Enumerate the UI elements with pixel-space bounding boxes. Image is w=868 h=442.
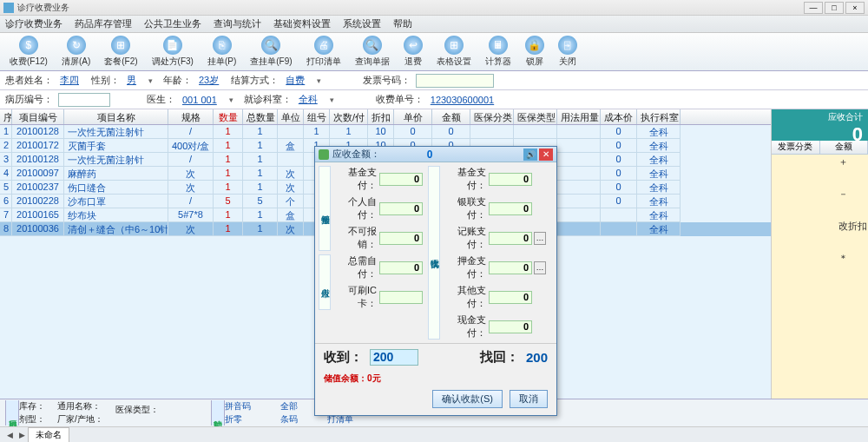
link-pinyin[interactable]: 拼音码 (225, 400, 251, 412)
toolbar-1[interactable]: ↻清屏(A) (56, 33, 96, 70)
self-pay-header: 个人应付 (319, 254, 331, 310)
toolbar-4[interactable]: ⎘挂单(P) (201, 33, 242, 70)
recv-v-5[interactable]: 0 (489, 320, 532, 333)
menu-item-1[interactable]: 药品库存管理 (75, 17, 132, 30)
maximize-button[interactable]: □ (825, 2, 844, 14)
self-v-1[interactable] (379, 291, 423, 304)
cell: / (168, 153, 214, 167)
side-btn-2[interactable]: 改折扣 (838, 219, 868, 234)
confirm-payment-button[interactable]: 确认收款(S) (432, 390, 503, 408)
dlg-close-icon[interactable]: ✕ (539, 148, 553, 161)
col-7[interactable]: 组号 (304, 109, 330, 124)
minimize-button[interactable]: — (804, 2, 823, 14)
sex-dropdown-icon[interactable]: ▾ (148, 76, 158, 85)
menu-item-4[interactable]: 基础资料设置 (273, 17, 331, 30)
toolbar-2[interactable]: ⊞套餐(F2) (98, 33, 143, 70)
fund-v-1[interactable]: 0 (379, 202, 423, 215)
cell: 20100165 (12, 208, 64, 222)
tab-unnamed[interactable]: 未命名 (28, 427, 69, 442)
close-button[interactable]: × (845, 2, 865, 14)
recv-l-5: 现金支付： (444, 313, 489, 340)
toolbar-10[interactable]: 🖩计算器 (479, 33, 517, 70)
side-btn-1[interactable]: － (838, 187, 868, 201)
cell: 1 (243, 222, 278, 236)
toolbar-3[interactable]: 📄调处方(F3) (146, 33, 200, 70)
change-value: 200 (526, 350, 548, 365)
doctor-value[interactable]: 001 001 (181, 95, 224, 105)
col-16[interactable]: 执行科室 (637, 109, 681, 124)
invoice-input[interactable] (416, 74, 494, 88)
cell (470, 125, 514, 139)
dept-label: 就诊科室： (244, 93, 292, 106)
cell: 次 (168, 222, 214, 236)
self-v-0[interactable]: 0 (379, 261, 423, 274)
dlg-help-icon[interactable]: 🔊 (523, 148, 537, 161)
menu-item-5[interactable]: 系统设置 (343, 17, 381, 30)
tab-prev-icon[interactable]: ◀ (3, 431, 16, 439)
col-6[interactable]: 单位 (278, 109, 304, 124)
invoice-label: 发票号码： (363, 74, 411, 87)
link-barcode[interactable]: 条码 (280, 413, 298, 426)
settle-value[interactable]: 自费 (284, 74, 312, 87)
col-4[interactable]: 数量 (214, 109, 243, 124)
cell: 10 (368, 125, 394, 139)
menu-item-6[interactable]: 帮助 (393, 17, 412, 30)
col-13[interactable]: 医保类型 (514, 109, 557, 124)
patient-name-value[interactable]: 李四 (58, 74, 86, 87)
toolbar-7[interactable]: 🔍查询单据 (349, 33, 396, 70)
link-all[interactable]: 全部 (280, 400, 298, 412)
feeno-value[interactable]: 123030600001 (429, 95, 501, 105)
recv-input[interactable]: 200 (370, 349, 418, 366)
col-3[interactable]: 规格 (168, 109, 214, 124)
toolbar-label-2: 套餐(F2) (104, 56, 137, 68)
case-input[interactable] (58, 93, 110, 107)
toolbar-8[interactable]: ↩退费 (398, 33, 429, 70)
col-5[interactable]: 总数量 (243, 109, 278, 124)
side-btn-0[interactable]: ＋ (838, 155, 868, 169)
col-9[interactable]: 折扣 (368, 109, 394, 124)
side-btn-3[interactable]: ＊ (838, 251, 868, 266)
cell: 全科 (637, 222, 681, 236)
recv-v-2[interactable]: 0 (489, 232, 532, 245)
toolbar-label-6: 打印清单 (306, 56, 341, 68)
recv-v-3[interactable]: 0 (489, 261, 532, 274)
recv-v-1[interactable]: 0 (489, 202, 532, 215)
col-14[interactable]: 用法用量 (557, 109, 601, 124)
col-8[interactable]: 次数/付 (330, 109, 368, 124)
recv-btn-2[interactable]: … (534, 232, 546, 245)
toolbar-12[interactable]: ⍈关闭 (552, 33, 583, 70)
menu-item-2[interactable]: 公共卫生业务 (144, 17, 201, 30)
fund-v-2[interactable]: 0 (379, 232, 423, 245)
col-15[interactable]: 成本价 (601, 109, 637, 124)
col-10[interactable]: 单价 (394, 109, 432, 124)
recv-v-4[interactable]: 0 (489, 291, 532, 304)
doctor-dropdown-icon[interactable]: ▾ (229, 96, 239, 104)
tab-next-icon[interactable]: ▶ (16, 431, 28, 439)
dept-value[interactable]: 全科 (297, 93, 325, 106)
table-row[interactable]: 120100128一次性无菌注射针/111110000全科 (0, 125, 771, 139)
menu-item-0[interactable]: 诊疗收费业务 (5, 17, 62, 30)
dept-dropdown-icon[interactable]: ▾ (330, 96, 339, 104)
cell: 清创＋缝合（中6～10针） (64, 222, 168, 236)
col-2[interactable]: 项目名称 (64, 109, 168, 124)
fund-v-0[interactable]: 0 (379, 173, 423, 186)
menu-item-3[interactable]: 查询与统计 (214, 17, 261, 30)
toolbar-6[interactable]: 🖨打印清单 (300, 33, 347, 70)
form-label: 剂型： (19, 413, 45, 426)
toolbar-0[interactable]: $收费(F12) (3, 33, 54, 70)
col-12[interactable]: 医保分类 (470, 109, 514, 124)
col-1[interactable]: 项目编号 (12, 109, 64, 124)
toolbar-5[interactable]: 🔍查挂单(F9) (244, 33, 298, 70)
col-0[interactable]: 序 (0, 109, 12, 124)
actual-recv-header: 实收情况 (428, 166, 440, 340)
toolbar-9[interactable]: ⊞表格设置 (431, 33, 477, 70)
recv-btn-3[interactable]: … (534, 261, 546, 274)
link-split[interactable]: 折零 (225, 413, 251, 426)
recv-v-0[interactable]: 0 (489, 173, 532, 186)
sex-value[interactable]: 男 (125, 74, 143, 87)
settle-dropdown-icon[interactable]: ▾ (317, 76, 326, 85)
cancel-button[interactable]: 取消 (510, 390, 548, 408)
toolbar-11[interactable]: 🔒锁屏 (519, 33, 550, 70)
age-value[interactable]: 23岁 (197, 74, 226, 87)
col-11[interactable]: 金额 (432, 109, 470, 124)
